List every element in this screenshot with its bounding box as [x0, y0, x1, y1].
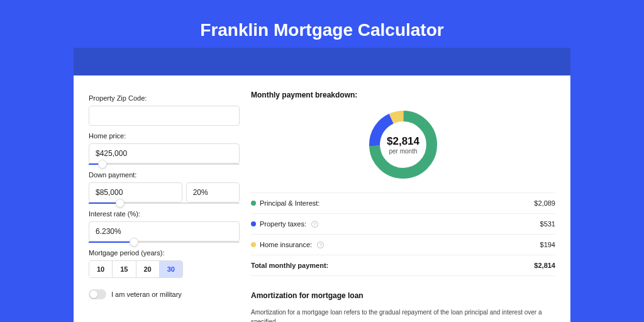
legend-value: $2,089	[534, 199, 555, 207]
legend-dot	[251, 242, 256, 247]
period-option-30[interactable]: 30	[160, 261, 182, 277]
legend-total-value: $2,814	[534, 262, 555, 269]
mortgage-period-group: 10 15 20 30	[89, 260, 183, 278]
legend-label: Home insurance:	[260, 241, 312, 248]
legend-row-taxes: Property taxes: ? $531	[251, 214, 555, 235]
down-payment-percent-input[interactable]	[186, 182, 240, 203]
veteran-label: I am veteran or military	[111, 291, 182, 298]
slider-thumb[interactable]	[98, 160, 107, 169]
down-payment-label: Down payment:	[89, 171, 240, 179]
slider-thumb[interactable]	[130, 238, 138, 247]
period-option-10[interactable]: 10	[89, 261, 113, 277]
legend: Principal & Interest: $2,089 Property ta…	[251, 192, 555, 276]
breakdown-title: Monthly payment breakdown:	[251, 91, 555, 99]
calculator-card: Property Zip Code: Home price: Down paym…	[74, 75, 570, 322]
interest-rate-input[interactable]	[89, 221, 240, 242]
amortization-text: Amortization for a mortgage loan refers …	[251, 308, 555, 322]
period-option-15[interactable]: 15	[113, 261, 136, 277]
legend-total-label: Total monthly payment:	[251, 262, 328, 269]
page-title: Franklin Mortgage Calculator	[0, 0, 644, 40]
donut-center-value: $2,814	[387, 135, 419, 148]
veteran-toggle[interactable]	[89, 289, 106, 299]
legend-value: $194	[540, 241, 555, 248]
help-icon[interactable]: ?	[311, 221, 318, 228]
zip-input[interactable]	[89, 106, 240, 126]
mortgage-period-label: Mortgage period (years):	[89, 249, 240, 257]
home-price-label: Home price:	[89, 132, 240, 140]
accent-bar	[74, 48, 570, 75]
home-price-slider[interactable]	[89, 164, 240, 165]
donut-center-sub: per month	[389, 148, 417, 155]
interest-rate-label: Interest rate (%):	[89, 210, 240, 218]
legend-row-total: Total monthly payment: $2,814	[251, 255, 555, 276]
legend-row-principal: Principal & Interest: $2,089	[251, 193, 555, 214]
amortization-title: Amortization for mortgage loan	[251, 291, 555, 300]
home-price-input[interactable]	[89, 143, 240, 164]
donut-chart: $2,814 per month	[251, 107, 555, 182]
input-form: Property Zip Code: Home price: Down paym…	[89, 91, 240, 322]
legend-row-insurance: Home insurance: ? $194	[251, 235, 555, 255]
down-payment-amount-input[interactable]	[89, 182, 182, 203]
down-payment-slider[interactable]	[89, 203, 240, 204]
zip-label: Property Zip Code:	[89, 94, 240, 102]
legend-dot	[251, 201, 256, 206]
breakdown-panel: Monthly payment breakdown: $2,814 per mo…	[251, 91, 555, 322]
period-option-20[interactable]: 20	[136, 261, 160, 277]
help-icon[interactable]: ?	[317, 242, 324, 248]
legend-label: Principal & Interest:	[260, 199, 319, 207]
legend-dot	[251, 221, 256, 226]
interest-rate-slider[interactable]	[89, 242, 240, 243]
legend-label: Property taxes:	[260, 220, 306, 228]
legend-value: $531	[540, 220, 555, 228]
slider-thumb[interactable]	[116, 199, 125, 208]
